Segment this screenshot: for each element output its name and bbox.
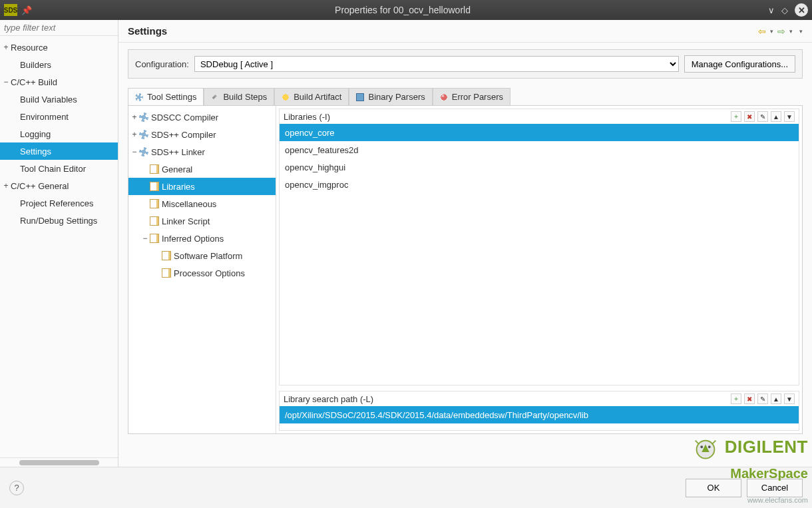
sidebar-item[interactable]: Settings [0,142,118,160]
list-item[interactable]: opencv_highgui [280,158,799,176]
tab[interactable]: Tool Settings [128,88,204,105]
tab-icon [440,93,448,101]
tool-tree-item[interactable]: Processor Options [128,264,276,282]
edit-path-icon[interactable]: ✎ [757,393,768,404]
remove-path-icon[interactable]: ✖ [744,393,755,404]
add-path-icon[interactable]: ＋ [731,393,741,404]
view-menu-icon[interactable]: ▾ [799,28,803,35]
tool-tree-item[interactable]: Libraries [128,178,276,195]
tree-node-icon [150,164,159,174]
configuration-label: Configuration: [135,59,189,69]
tab-icon [356,93,364,101]
minimize-icon[interactable]: ∨ [768,5,775,15]
tool-tree-item[interactable]: Miscellaneous [128,195,276,212]
sidebar-item[interactable]: Tool Chain Editor [0,160,118,177]
tool-tree-item[interactable]: Linker Script [128,212,276,230]
tool-tree-item[interactable]: +SDS++ Compiler [128,126,276,143]
tab[interactable]: Build Steps [204,88,274,105]
tab-icon [282,93,290,101]
libraries-list[interactable]: opencv_coreopencv_features2dopencv_highg… [280,124,799,385]
dialog-footer: ? OK Cancel [0,467,812,508]
nav-forward-menu-icon[interactable]: ▾ [789,28,793,35]
tree-node-icon [150,199,159,208]
path-move-down-icon[interactable]: ▼ [784,393,795,404]
sidebar-item[interactable]: Logging [0,125,118,142]
filter-input[interactable] [4,23,116,33]
cancel-button[interactable]: Cancel [747,479,803,497]
move-up-icon[interactable]: ▲ [771,111,781,122]
remove-library-icon[interactable]: ✖ [744,111,755,122]
tree-node-icon [139,130,148,139]
configuration-select[interactable]: SDDebug [ Active ] [194,56,679,72]
help-icon[interactable]: ? [9,481,24,495]
tab[interactable]: Build Artifact [274,88,349,105]
ok-button[interactable]: OK [686,479,741,497]
manage-configurations-button[interactable]: Manage Configurations... [684,55,795,73]
page-title: Settings [128,25,758,37]
category-sidebar: ✖ ◂ +ResourceBuilders−C/C++ BuildBuild V… [0,20,118,467]
list-item[interactable]: /opt/Xilinx/SDSoC/2015.4/SDK/2015.4/data… [280,406,799,423]
tool-tree-item[interactable]: Software Platform [128,247,276,264]
sidebar-item[interactable]: Project References [0,194,118,212]
category-tree[interactable]: +ResourceBuilders−C/C++ BuildBuild Varia… [0,36,118,457]
tree-node-icon [150,182,159,191]
nav-back-menu-icon[interactable]: ▾ [770,28,773,35]
settings-tabs: Tool SettingsBuild StepsBuild ArtifactBi… [128,88,803,105]
sidebar-item[interactable]: Run/Debug Settings [0,212,118,229]
library-search-path-title: Library search path (-L) [284,394,731,404]
list-item[interactable]: opencv_core [280,124,799,141]
path-move-up-icon[interactable]: ▲ [771,393,781,404]
libraries-title: Libraries (-I) [284,112,731,122]
tree-node-icon [162,268,171,278]
tool-settings-tree[interactable]: +SDSCC Compiler+SDS++ Compiler−SDS++ Lin… [128,106,276,433]
tab[interactable]: Error Parsers [433,88,510,105]
sidebar-item[interactable]: Environment [0,108,118,125]
nav-forward-icon[interactable]: ⇨ [777,26,785,37]
tool-tree-item[interactable]: General [128,160,276,178]
tool-tree-item[interactable]: +SDSCC Compiler [128,109,276,126]
tab-icon [135,93,143,101]
sidebar-item[interactable]: Builders [0,56,118,73]
close-icon[interactable]: ✕ [795,3,808,17]
library-search-path-list[interactable]: /opt/Xilinx/SDSoC/2015.4/SDK/2015.4/data… [280,406,799,430]
tool-tree-item[interactable]: −Inferred Options [128,230,276,247]
titlebar: SDS 📌 Properties for 00_ocv_helloworld ∨… [0,0,812,20]
nav-back-icon[interactable]: ⇦ [758,26,766,37]
pin-icon[interactable]: 📌 [21,5,32,15]
sidebar-item[interactable]: −C/C++ Build [0,73,118,91]
sidebar-item[interactable]: +C/C++ General [0,177,118,194]
move-down-icon[interactable]: ▼ [784,111,795,122]
edit-library-icon[interactable]: ✎ [757,111,768,122]
sidebar-item[interactable]: Build Variables [0,91,118,108]
tab-icon [211,93,219,101]
sidebar-item[interactable]: +Resource [0,39,118,56]
configuration-panel: Configuration: SDDebug [ Active ] Manage… [128,49,803,79]
sidebar-scrollbar[interactable] [0,457,118,467]
add-library-icon[interactable]: ＋ [731,111,741,122]
maximize-icon[interactable]: ◇ [781,5,788,15]
tab[interactable]: Binary Parsers [349,88,432,105]
window-title: Properties for 00_ocv_helloworld [37,5,768,15]
tree-node-icon [162,251,171,260]
tree-node-icon [150,216,159,226]
libraries-panel: Libraries (-I) ＋ ✖ ✎ ▲ ▼ opencv_coreopen… [279,109,799,385]
list-item[interactable]: opencv_imgproc [280,176,799,193]
library-search-path-panel: Library search path (-L) ＋ ✖ ✎ ▲ ▼ /opt/… [279,391,799,431]
app-icon: SDS [4,4,17,16]
tree-node-icon [139,147,148,156]
tree-node-icon [139,113,148,122]
list-item[interactable]: opencv_features2d [280,141,799,158]
tree-node-icon [150,234,159,243]
tool-tree-item[interactable]: −SDS++ Linker [128,143,276,160]
